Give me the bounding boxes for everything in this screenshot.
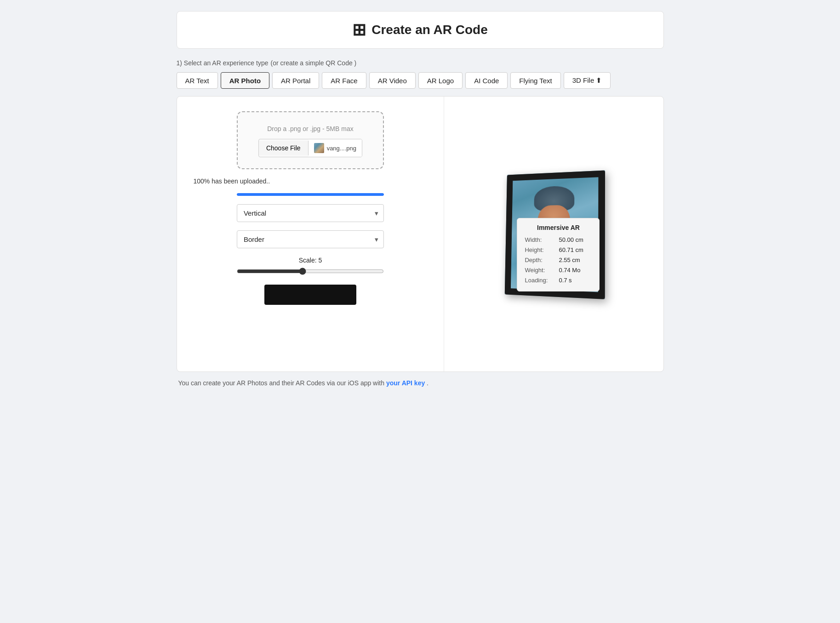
border-select[interactable]: Border No Border [237, 230, 384, 248]
immersive-key-weight: Weight: [525, 265, 557, 275]
tab-ar-text[interactable]: AR Text [177, 72, 218, 89]
tab-ar-face[interactable]: AR Face [322, 72, 366, 89]
header-section: ⊞ Create an AR Code [177, 11, 664, 49]
immersive-val-weight: 0.74 Mo [559, 265, 580, 275]
orientation-select-wrap[interactable]: Vertical Horizontal [237, 204, 384, 222]
qr-icon: ⊞ [352, 22, 366, 38]
drop-zone[interactable]: Drop a .png or .jpg - 5MB max Choose Fil… [237, 111, 384, 169]
preview-container: Immersive AR Width: 50.00 cm Height: 60.… [503, 172, 604, 296]
tab-ai-code[interactable]: AI Code [465, 72, 508, 89]
tab-ar-photo[interactable]: AR Photo [221, 72, 269, 89]
immersive-key-width: Width: [525, 235, 557, 245]
choose-file-button[interactable]: Choose File [259, 141, 309, 155]
progress-bar [237, 193, 384, 196]
tab-row: AR Text AR Photo AR Portal AR Face AR Vi… [177, 72, 664, 89]
main-panel: Drop a .png or .jpg - 5MB max Choose Fil… [177, 96, 664, 372]
scale-slider[interactable] [237, 268, 384, 275]
tab-ar-logo[interactable]: AR Logo [418, 72, 463, 89]
file-thumbnail [314, 143, 324, 153]
immersive-key-height: Height: [525, 245, 557, 255]
immersive-row-loading: Loading: 0.7 s [525, 275, 592, 286]
immersive-title: Immersive AR [525, 224, 592, 231]
tab-flying-text[interactable]: Flying Text [510, 72, 560, 89]
tab-ar-video[interactable]: AR Video [369, 72, 416, 89]
footer-note: You can create your AR Photos and their … [177, 379, 664, 387]
immersive-row-depth: Depth: 2.55 cm [525, 255, 592, 265]
left-panel: Drop a .png or .jpg - 5MB max Choose Fil… [177, 97, 445, 372]
immersive-row-width: Width: 50.00 cm [525, 235, 592, 245]
immersive-val-height: 60.71 cm [559, 245, 583, 255]
scale-section: Scale: 5 [237, 257, 384, 276]
immersive-val-loading: 0.7 s [559, 275, 571, 286]
footer-text: You can create your AR Photos and their … [178, 379, 386, 387]
immersive-row-height: Height: 60.71 cm [525, 245, 592, 255]
file-input-row: Choose File vang....png [258, 139, 362, 157]
scale-label: Scale: 5 [237, 257, 384, 264]
file-name-text: vang....png [327, 145, 356, 152]
file-thumb-image [314, 143, 324, 153]
progress-label: 100% has been uploaded.. [194, 177, 341, 185]
immersive-val-width: 50.00 cm [559, 235, 583, 245]
immersive-val-depth: 2.55 cm [559, 255, 580, 265]
border-select-wrap[interactable]: Border No Border [237, 230, 384, 248]
immersive-key-loading: Loading: [525, 275, 557, 286]
immersive-info-box: Immersive AR Width: 50.00 cm Height: 60.… [517, 218, 600, 291]
right-panel: Immersive AR Width: 50.00 cm Height: 60.… [444, 97, 663, 372]
page-title: ⊞ Create an AR Code [352, 22, 488, 38]
section-header: 1) Select an AR experience type (or crea… [177, 58, 664, 68]
immersive-key-depth: Depth: [525, 255, 557, 265]
orientation-select[interactable]: Vertical Horizontal [237, 204, 384, 222]
immersive-row-weight: Weight: 0.74 Mo [525, 265, 592, 275]
drop-label: Drop a .png or .jpg - 5MB max [267, 125, 354, 132]
api-key-link[interactable]: your API key [386, 379, 425, 387]
tab-ar-portal[interactable]: AR Portal [272, 72, 319, 89]
file-name-display: vang....png [309, 139, 362, 157]
progress-fill [237, 193, 384, 196]
tab-3d-file[interactable]: 3D File ⬆ [564, 72, 611, 89]
footer-trail: . [427, 379, 429, 387]
color-swatch[interactable] [264, 285, 356, 305]
